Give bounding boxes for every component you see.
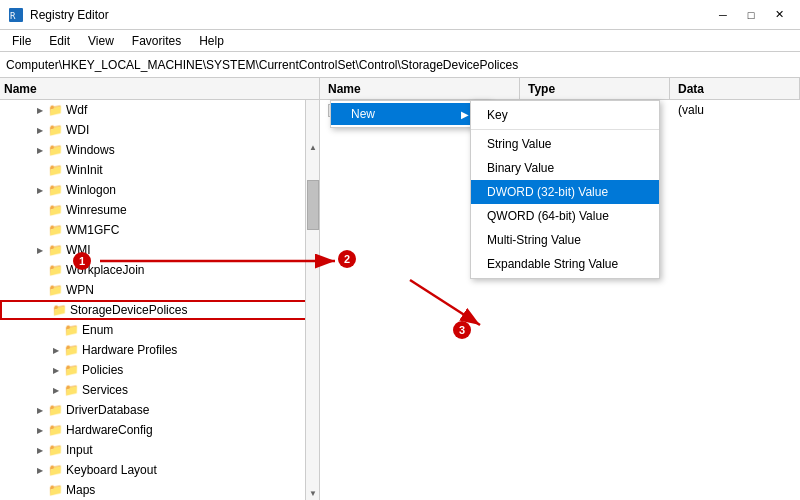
address-label: Computer\HKEY_LOCAL_MACHINE\SYSTEM\Curre… xyxy=(6,58,518,72)
tree-item-wm1gfc[interactable]: ▶ 📁 WM1GFC xyxy=(0,220,319,240)
annotation-3: 3 xyxy=(453,321,471,339)
col-type: Type xyxy=(520,78,670,99)
tree-item-driverdatabase[interactable]: ▶ 📁 DriverDatabase xyxy=(0,400,319,420)
submenu-qword-value[interactable]: QWORD (64-bit) Value xyxy=(471,204,659,228)
tree-item-windows[interactable]: ▶ 📁 Windows xyxy=(0,140,319,160)
tree-item-workplacejoin[interactable]: ▶ 📁 WorkplaceJoin xyxy=(0,260,319,280)
title-bar-left: R Registry Editor xyxy=(8,7,109,23)
tree-item-label: WDI xyxy=(66,123,89,137)
minimize-button[interactable]: ─ xyxy=(710,5,736,25)
right-pane: Name Type Data ab (Default) REG_SZ (valu… xyxy=(320,78,800,500)
menu-favorites[interactable]: Favorites xyxy=(124,32,189,50)
svg-text:R: R xyxy=(10,11,16,21)
submenu-expandable-string[interactable]: Expandable String Value xyxy=(471,252,659,276)
storagedevicepolices-label: StorageDevicePolices xyxy=(70,303,187,317)
expand-icon[interactable]: ▶ xyxy=(48,380,64,400)
tree-header: Name xyxy=(0,78,319,100)
tree-item-keyboardlayout[interactable]: ▶ 📁 Keyboard Layout xyxy=(0,460,319,480)
expand-icon[interactable]: ▶ xyxy=(32,120,48,140)
submenu-multi-string[interactable]: Multi-String Value xyxy=(471,228,659,252)
folder-icon: 📁 xyxy=(48,403,63,417)
folder-icon: 📁 xyxy=(48,143,63,157)
tree-item-winresume[interactable]: ▶ 📁 Winresume xyxy=(0,200,319,220)
tree-item-wdi[interactable]: ▶ 📁 WDI xyxy=(0,120,319,140)
menu-view[interactable]: View xyxy=(80,32,122,50)
expand-icon[interactable]: ▶ xyxy=(48,360,64,380)
submenu-separator xyxy=(471,129,659,130)
title-bar: R Registry Editor ─ □ ✕ xyxy=(0,0,800,30)
ctx-new-item[interactable]: New ▶ xyxy=(331,103,489,125)
menu-bar: File Edit View Favorites Help xyxy=(0,30,800,52)
tree-item-label: WinInit xyxy=(66,163,103,177)
tree-item-label: Wdf xyxy=(66,103,87,117)
menu-help[interactable]: Help xyxy=(191,32,232,50)
tree-item-enum[interactable]: ▶ 📁 Enum xyxy=(0,320,319,340)
submenu-binary-value[interactable]: Binary Value xyxy=(471,156,659,180)
scroll-thumb[interactable] xyxy=(307,180,319,230)
tree-item-services[interactable]: ▶ 📁 Services xyxy=(0,380,319,400)
tree-item-label: WM1GFC xyxy=(66,223,119,237)
folder-icon: 📁 xyxy=(48,263,63,277)
folder-icon: 📁 xyxy=(64,343,79,357)
tree-item-label: Policies xyxy=(82,363,123,377)
annotation-2: 2 xyxy=(338,250,356,268)
folder-icon: 📁 xyxy=(52,303,67,317)
folder-icon: 📁 xyxy=(64,323,79,337)
expand-icon[interactable]: ▶ xyxy=(32,180,48,200)
app-icon: R xyxy=(8,7,24,23)
folder-icon: 📁 xyxy=(48,283,63,297)
tree-item-policies[interactable]: ▶ 📁 Policies xyxy=(0,360,319,380)
col-data: Data xyxy=(670,78,800,99)
submenu[interactable]: Key String Value Binary Value DWORD (32-… xyxy=(470,100,660,279)
tree-item-input[interactable]: ▶ 📁 Input xyxy=(0,440,319,460)
address-bar: Computer\HKEY_LOCAL_MACHINE\SYSTEM\Curre… xyxy=(0,52,800,78)
expand-icon[interactable]: ▶ xyxy=(32,100,48,120)
context-menu[interactable]: New ▶ xyxy=(330,100,490,128)
menu-file[interactable]: File xyxy=(4,32,39,50)
folder-icon: 📁 xyxy=(64,363,79,377)
tree-item-wdf[interactable]: ▶ 📁 Wdf xyxy=(0,100,319,120)
tree-item-wpn[interactable]: ▶ 📁 WPN xyxy=(0,280,319,300)
submenu-key[interactable]: Key xyxy=(471,103,659,127)
folder-icon: 📁 xyxy=(48,423,63,437)
main-area: Name ▶ 📁 Wdf ▶ 📁 WDI ▶ 📁 Windows ▶ 📁 Win… xyxy=(0,78,800,500)
submenu-string-value[interactable]: String Value xyxy=(471,132,659,156)
expand-icon[interactable]: ▶ xyxy=(32,240,48,260)
tree-item-label: Enum xyxy=(82,323,113,337)
window-title: Registry Editor xyxy=(30,8,109,22)
tree-item-storagedevicepolices[interactable]: ▶ 📁 StorageDevicePolices xyxy=(0,300,319,320)
expand-icon[interactable]: ▶ xyxy=(32,420,48,440)
scroll-up-arrow[interactable]: ▲ xyxy=(306,140,320,154)
tree-item-winlogon[interactable]: ▶ 📁 Winlogon xyxy=(0,180,319,200)
expand-icon[interactable]: ▶ xyxy=(32,140,48,160)
ctx-new-label: New xyxy=(351,107,375,121)
tree-item-label: DriverDatabase xyxy=(66,403,149,417)
folder-icon: 📁 xyxy=(64,383,79,397)
expand-icon[interactable]: ▶ xyxy=(48,340,64,360)
tree-item-label: WPN xyxy=(66,283,94,297)
close-button[interactable]: ✕ xyxy=(766,5,792,25)
right-header: Name Type Data xyxy=(320,78,800,100)
tree-item-wmi[interactable]: ▶ 📁 WMI xyxy=(0,240,319,260)
tree-item-label: Winlogon xyxy=(66,183,116,197)
tree-item-hardwareprofiles[interactable]: ▶ 📁 Hardware Profiles xyxy=(0,340,319,360)
menu-edit[interactable]: Edit xyxy=(41,32,78,50)
tree-pane[interactable]: Name ▶ 📁 Wdf ▶ 📁 WDI ▶ 📁 Windows ▶ 📁 Win… xyxy=(0,78,320,500)
scrollbar[interactable]: ▲ ▼ xyxy=(305,100,319,500)
tree-item-label: Hardware Profiles xyxy=(82,343,177,357)
tree-item-label: Services xyxy=(82,383,128,397)
tree-item-wininit[interactable]: ▶ 📁 WinInit xyxy=(0,160,319,180)
scroll-down-arrow[interactable]: ▼ xyxy=(306,486,320,500)
expand-icon[interactable]: ▶ xyxy=(32,440,48,460)
folder-icon: 📁 xyxy=(48,463,63,477)
expand-icon[interactable]: ▶ xyxy=(32,460,48,480)
tree-item-label: Keyboard Layout xyxy=(66,463,157,477)
maximize-button[interactable]: □ xyxy=(738,5,764,25)
tree-item-hardwareconfig[interactable]: ▶ 📁 HardwareConfig xyxy=(0,420,319,440)
submenu-arrow: ▶ xyxy=(461,109,469,120)
tree-item-label: Winresume xyxy=(66,203,127,217)
annotation-1: 1 xyxy=(73,252,91,270)
expand-icon[interactable]: ▶ xyxy=(32,400,48,420)
tree-item-maps[interactable]: ▶ 📁 Maps xyxy=(0,480,319,500)
submenu-dword-value[interactable]: DWORD (32-bit) Value xyxy=(471,180,659,204)
